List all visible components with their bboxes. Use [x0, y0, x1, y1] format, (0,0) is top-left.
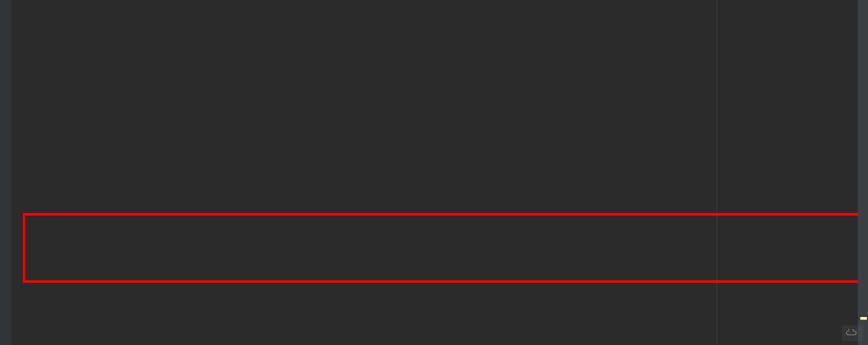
code-line[interactable]: [24, 304, 855, 332]
editor-gutter: [0, 0, 11, 345]
code-line[interactable]: [24, 211, 855, 239]
minimap-marker: [860, 317, 867, 320]
minimap-strip[interactable]: [858, 0, 868, 345]
watermark-badge: [842, 325, 863, 341]
code-line[interactable]: [24, 165, 855, 193]
code-line[interactable]: [24, 72, 855, 100]
code-line[interactable]: [24, 119, 855, 146]
code-line[interactable]: [24, 26, 855, 54]
code-line[interactable]: [24, 257, 855, 285]
cloud-icon: [846, 327, 857, 340]
code-editor[interactable]: [11, 0, 868, 345]
